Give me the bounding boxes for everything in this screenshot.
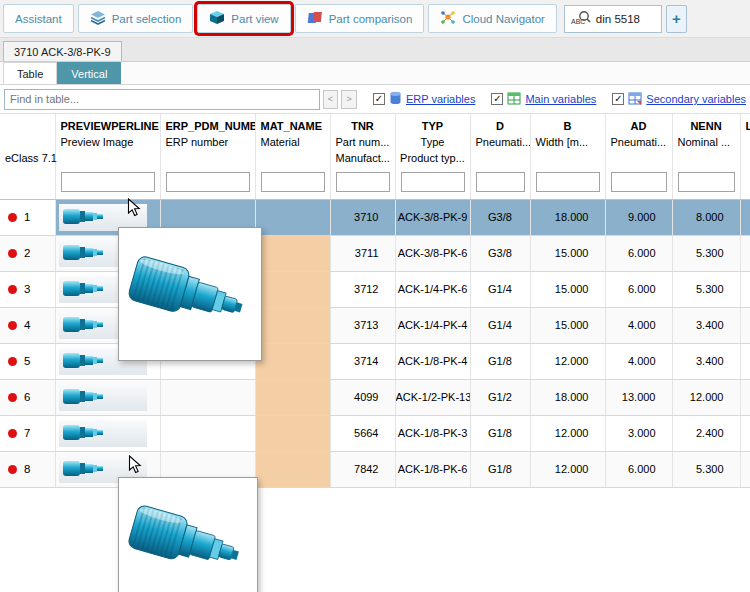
table-row[interactable]: 43713ACK-1/4-PK-4G1/415.0004.0003.400 (0, 307, 750, 343)
tab-cloud-navigator[interactable]: Cloud Navigator (428, 4, 556, 33)
tab-vertical-view[interactable]: Vertical (57, 62, 121, 84)
column-header-preview[interactable]: PREVIEWPERLINE (55, 114, 160, 134)
cell-nenn: 2.400 (672, 415, 740, 451)
cell-l (740, 415, 750, 451)
filter-input-tnr[interactable] (336, 172, 390, 192)
row-number: 6 (24, 392, 30, 404)
main-toolbar: Assistant Part selection Part view Part … (0, 0, 750, 38)
column-header-d[interactable]: D (470, 114, 530, 134)
cell-b: 18.000 (530, 199, 605, 235)
filter-cell-d (470, 166, 530, 199)
part-thumbnail-image (62, 422, 108, 444)
column-header-tnr[interactable]: TNR (330, 114, 395, 134)
add-search-tab-button[interactable]: + (666, 5, 687, 33)
cell-row-number: 5 (0, 343, 55, 379)
find-prev-button[interactable]: < (323, 90, 339, 109)
table-filter-bar: < > ✓ ERP variables ✓ Main variables ✓ S… (0, 85, 750, 113)
table-row[interactable]: 75664ACK-1/8-PK-3G1/812.0003.0002.400 (0, 415, 750, 451)
table-row[interactable]: 64099ACK-1/2-PK-13G1/218.00013.00012.000 (0, 379, 750, 415)
filter-input-d[interactable] (476, 172, 525, 192)
column-header-b[interactable]: B (530, 114, 605, 134)
erp-variables-checkbox[interactable]: ✓ (373, 93, 385, 105)
cell-row-number: 8 (0, 451, 55, 487)
column-desc-l (740, 134, 750, 150)
filter-input-typ[interactable] (401, 172, 465, 192)
erp-variables-link[interactable]: ERP variables (406, 93, 476, 105)
filter-input-b[interactable] (536, 172, 600, 192)
filter-cell-preview (55, 166, 160, 199)
tab-part-selection[interactable]: Part selection (78, 4, 194, 33)
cell-material (255, 199, 330, 235)
filter-cell-ad (605, 166, 672, 199)
filter-input-erp[interactable] (166, 172, 250, 192)
cell-tnr: 3714 (330, 343, 395, 379)
cell-material (255, 235, 330, 271)
column-header-mat[interactable]: MAT_NAME (255, 114, 330, 134)
main-variables-link[interactable]: Main variables (525, 93, 596, 105)
cell-nenn: 5.300 (672, 235, 740, 271)
cell-ad: 6.000 (605, 271, 672, 307)
table-row[interactable]: 87842ACK-1/8-PK-6G1/812.0006.0005.300 (0, 451, 750, 487)
layers-icon (90, 11, 106, 27)
column-desc2-preview (55, 150, 160, 166)
column-desc2-typ: Product typ... (395, 150, 470, 166)
find-next-button[interactable]: > (341, 90, 357, 109)
part-thumbnail[interactable] (59, 384, 147, 411)
erp-variables-icon (389, 91, 402, 107)
erp-variables-toggle: ✓ ERP variables (373, 91, 476, 107)
find-in-table-input[interactable] (4, 89, 320, 110)
part-document-tab[interactable]: 3710 ACK-3/8-PK-9 (3, 41, 122, 61)
table-row[interactable]: 13710ACK-3/8-PK-9G3/818.0009.0008.000 (0, 199, 750, 235)
filter-input-mat[interactable] (261, 172, 325, 192)
cell-row-number: 7 (0, 415, 55, 451)
cell-ad: 13.000 (605, 379, 672, 415)
column-header-l[interactable]: L (740, 114, 750, 134)
cell-l (740, 379, 750, 415)
status-dot-red (8, 213, 17, 222)
cell-nenn: 3.400 (672, 343, 740, 379)
column-desc2-l (740, 150, 750, 166)
part-thumbnail[interactable] (59, 420, 147, 447)
column-header-typ[interactable]: TYP (395, 114, 470, 134)
column-header-ad[interactable]: AD (605, 114, 672, 134)
part-thumbnail-image (62, 206, 108, 228)
tab-part-view[interactable]: Part view (197, 4, 290, 33)
row-number: 1 (24, 212, 30, 224)
filter-cell-mat (255, 166, 330, 199)
cell-l (740, 307, 750, 343)
secondary-variables-checkbox[interactable]: ✓ (612, 93, 624, 105)
part-3d-render (125, 234, 255, 354)
filter-input-nenn[interactable] (678, 172, 735, 192)
column-header-erp[interactable]: ERP_PDM_NUMBER (160, 114, 255, 134)
secondary-variables-link[interactable]: Secondary variables (646, 93, 746, 105)
part-preview-popup (118, 477, 258, 592)
tab-table-view[interactable]: Table (3, 62, 57, 84)
row-number: 8 (24, 464, 30, 476)
filter-input-ad[interactable] (611, 172, 667, 192)
cell-d: G3/8 (470, 199, 530, 235)
tab-part-comparison[interactable]: Part comparison (295, 4, 425, 33)
part-thumbnail-image (62, 350, 108, 372)
network-icon (440, 10, 456, 27)
main-variables-checkbox[interactable]: ✓ (491, 93, 503, 105)
cell-b: 12.000 (530, 343, 605, 379)
filter-input-preview[interactable] (61, 172, 155, 192)
table-row[interactable]: 33712ACK-1/4-PK-6G1/415.0006.0005.300 (0, 271, 750, 307)
filter-cell-num (0, 166, 55, 199)
table-row[interactable]: 23711ACK-3/8-PK-6G3/815.0006.0005.300 (0, 235, 750, 271)
cell-tnr: 7842 (330, 451, 395, 487)
column-desc2-d (470, 150, 530, 166)
tab-assistant[interactable]: Assistant (3, 4, 74, 33)
status-dot-red (8, 393, 17, 402)
search-box[interactable]: ABC din 5518 (564, 5, 662, 33)
eclass-label: eClass 7.1 (0, 150, 55, 166)
table-row[interactable]: 53714ACK-1/8-PK-4G1/812.0004.0003.400 (0, 343, 750, 379)
column-header-nenn[interactable]: NENN (672, 114, 740, 134)
cell-typ: ACK-1/8-PK-6 (395, 451, 470, 487)
parts-table: PREVIEWPERLINEERP_PDM_NUMBERMAT_NAMETNRT… (0, 113, 750, 488)
column-desc2-ad (605, 150, 672, 166)
cell-typ: ACK-3/8-PK-9 (395, 199, 470, 235)
cell-ad: 4.000 (605, 343, 672, 379)
search-input[interactable]: din 5518 (596, 13, 640, 25)
cell-l (740, 271, 750, 307)
